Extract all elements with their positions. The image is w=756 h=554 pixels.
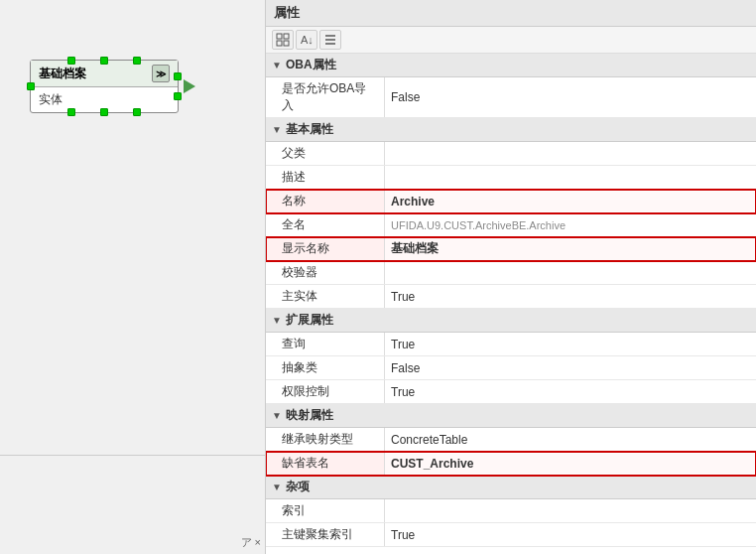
prop-value xyxy=(385,175,756,181)
prop-label: 权限控制 xyxy=(266,380,385,403)
anchor-top-right xyxy=(133,57,141,65)
prop-row[interactable]: 显示名称基础档案 xyxy=(266,237,756,261)
section-header-extend[interactable]: ▼扩展属性 xyxy=(266,309,756,333)
anchor-bottom-left xyxy=(67,108,75,116)
section-header-misc[interactable]: ▼杂项 xyxy=(266,476,756,499)
anchor-top-left xyxy=(67,57,75,65)
prop-label: 抽象类 xyxy=(266,356,385,379)
prop-label: 显示名称 xyxy=(266,237,385,260)
left-panel: 基础档案 ≫ 实体 ア × xyxy=(0,0,266,554)
toolbar-btn-list[interactable] xyxy=(319,30,341,50)
prop-label: 父类 xyxy=(266,142,385,165)
prop-row[interactable]: 名称Archive xyxy=(266,190,756,213)
svg-rect-2 xyxy=(277,41,282,46)
prop-row[interactable]: 继承映射类型ConcreteTable xyxy=(266,428,756,452)
prop-row[interactable]: 是否允许OBA导入False xyxy=(266,77,756,118)
anchor-bottom-right xyxy=(133,108,141,116)
properties-header: 属性 xyxy=(266,0,756,27)
pin-icon[interactable]: ア × xyxy=(241,536,261,548)
section-header-mapping[interactable]: ▼映射属性 xyxy=(266,404,756,428)
prop-row[interactable]: 主实体True xyxy=(266,285,756,309)
prop-value: UFIDA.U9.CUST.ArchiveBE.Archive xyxy=(385,216,756,234)
prop-value: True xyxy=(385,525,756,545)
prop-value: ConcreteTable xyxy=(385,430,756,450)
prop-row[interactable]: 全名UFIDA.U9.CUST.ArchiveBE.Archive xyxy=(266,213,756,237)
entity-arrow xyxy=(184,79,205,93)
section-header-oba[interactable]: ▼OBA属性 xyxy=(266,54,756,77)
prop-value: CUST_Archive xyxy=(385,454,756,474)
prop-value: 基础档案 xyxy=(385,237,756,260)
prop-value: False xyxy=(385,87,756,107)
grid-icon xyxy=(276,33,290,47)
prop-label: 主实体 xyxy=(266,285,385,308)
prop-row[interactable]: 缺省表名CUST_Archive xyxy=(266,452,756,476)
svg-rect-3 xyxy=(284,41,289,46)
right-panel: 属性 A↓ ▼OBA属性是否允许OBA导入False▼基本属性父类描述名称Arc… xyxy=(266,0,756,554)
section-toggle: ▼ xyxy=(272,60,282,70)
toolbar-btn-sort[interactable]: A↓ xyxy=(296,30,317,50)
prop-label: 索引 xyxy=(266,499,385,522)
section-label: 扩展属性 xyxy=(286,312,333,329)
prop-label: 描述 xyxy=(266,166,385,189)
prop-value xyxy=(385,151,756,157)
prop-row[interactable]: 抽象类False xyxy=(266,356,756,380)
properties-content: ▼OBA属性是否允许OBA导入False▼基本属性父类描述名称Archive全名… xyxy=(266,54,756,554)
section-header-basic[interactable]: ▼基本属性 xyxy=(266,118,756,142)
panel-controls-label: ア × xyxy=(241,535,261,550)
prop-row[interactable]: 权限控制True xyxy=(266,380,756,404)
prop-label: 校验器 xyxy=(266,261,385,284)
prop-value: True xyxy=(385,287,756,307)
prop-label: 全名 xyxy=(266,213,385,236)
entity-collapse-btn[interactable]: ≫ xyxy=(152,65,170,82)
prop-value: True xyxy=(385,382,756,402)
prop-value xyxy=(385,270,756,276)
section-toggle: ▼ xyxy=(272,124,282,135)
left-bottom-panel: ア × xyxy=(0,455,265,554)
anchor-right-top xyxy=(174,72,182,80)
section-toggle: ▼ xyxy=(272,315,282,326)
prop-label: 查询 xyxy=(266,333,385,355)
prop-value: Archive xyxy=(385,192,756,211)
prop-value: False xyxy=(385,358,756,378)
section-label: 基本属性 xyxy=(286,121,333,138)
anchor-right-bottom xyxy=(174,92,182,100)
prop-label: 是否允许OBA导入 xyxy=(266,77,385,117)
prop-label: 主键聚集索引 xyxy=(266,523,385,546)
section-label: 映射属性 xyxy=(286,407,333,424)
section-label: OBA属性 xyxy=(286,57,336,73)
anchor-left xyxy=(27,82,35,90)
entity-title: 基础档案 xyxy=(39,66,86,82)
prop-label: 缺省表名 xyxy=(266,452,385,475)
prop-label: 名称 xyxy=(266,190,385,212)
sort-icon: A↓ xyxy=(300,33,314,47)
toolbar: A↓ xyxy=(266,27,756,54)
properties-title: 属性 xyxy=(274,4,300,22)
svg-text:A↓: A↓ xyxy=(301,34,314,46)
anchor-top xyxy=(100,57,108,65)
svg-rect-1 xyxy=(284,34,289,39)
prop-label: 继承映射类型 xyxy=(266,428,385,451)
entity-header: 基础档案 ≫ xyxy=(31,61,178,87)
prop-row[interactable]: 索引 xyxy=(266,499,756,523)
anchor-bottom xyxy=(100,108,108,116)
prop-value: True xyxy=(385,335,756,354)
toolbar-btn-grid[interactable] xyxy=(272,30,294,50)
entity-subtitle: 实体 xyxy=(39,91,170,108)
entity-node[interactable]: 基础档案 ≫ 实体 xyxy=(30,60,179,113)
svg-rect-0 xyxy=(277,34,282,39)
prop-row[interactable]: 查询True xyxy=(266,333,756,356)
list-icon xyxy=(323,33,337,47)
section-label: 杂项 xyxy=(286,479,310,495)
section-toggle: ▼ xyxy=(272,410,282,421)
prop-row[interactable]: 主键聚集索引True xyxy=(266,523,756,547)
prop-row[interactable]: 父类 xyxy=(266,142,756,166)
prop-value xyxy=(385,508,756,514)
section-toggle: ▼ xyxy=(272,482,282,492)
diagram-area: 基础档案 ≫ 实体 xyxy=(0,0,265,455)
prop-row[interactable]: 校验器 xyxy=(266,261,756,285)
prop-row[interactable]: 描述 xyxy=(266,166,756,190)
